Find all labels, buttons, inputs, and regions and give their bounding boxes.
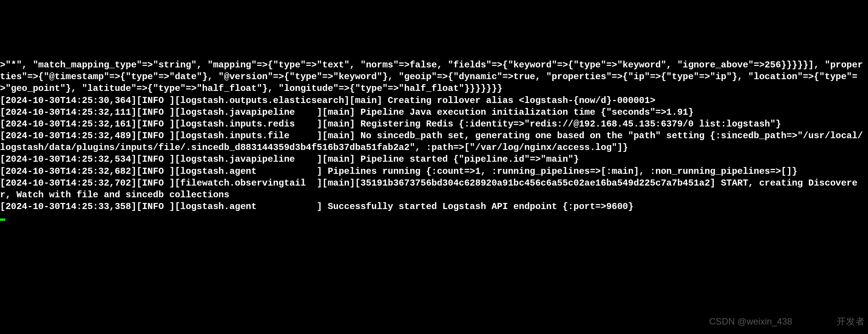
terminal-cursor xyxy=(0,219,5,221)
log-line: [2024-10-30T14:25:32,161][INFO ][logstas… xyxy=(0,119,781,129)
log-line: >"*", "match_mapping_type"=>"string", "m… xyxy=(0,60,863,94)
log-line: [2024-10-30T14:25:32,489][INFO ][logstas… xyxy=(0,131,863,153)
log-line: [2024-10-30T14:25:33,358][INFO ][logstas… xyxy=(0,201,634,212)
terminal-output[interactable]: >"*", "match_mapping_type"=>"string", "m… xyxy=(0,47,868,225)
log-line: [2024-10-30T14:25:32,682][INFO ][logstas… xyxy=(0,166,797,176)
watermark-developer: 开发者 xyxy=(837,315,865,327)
log-line: [2024-10-30T14:25:30,364][INFO ][logstas… xyxy=(0,95,655,106)
watermark-csdn: CSDN @weixin_438 xyxy=(709,315,792,327)
log-line: [2024-10-30T14:25:32,111][INFO ][logstas… xyxy=(0,107,694,117)
log-line: [2024-10-30T14:25:32,534][INFO ][logstas… xyxy=(0,154,579,164)
log-line: [2024-10-30T14:25:32,702][INFO ][filewat… xyxy=(0,178,857,200)
